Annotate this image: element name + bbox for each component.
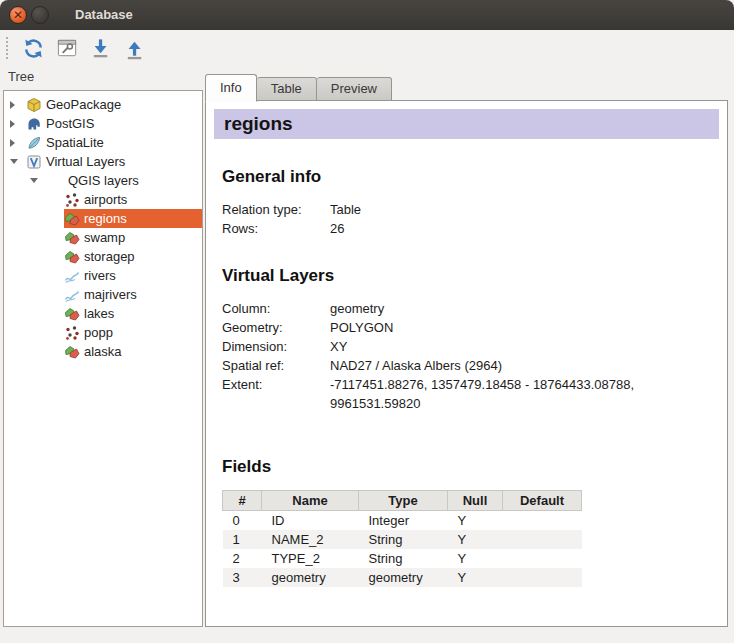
fields-table: # Name Type Null Default 0 ID Integer Y (222, 490, 582, 587)
tree-item-qgis-layers[interactable]: QGIS layers (4, 171, 202, 190)
kv-label: Column: (222, 299, 330, 318)
tab-table[interactable]: Table (257, 77, 317, 101)
tree-item-label: alaska (84, 344, 122, 359)
tree-item-label: storagep (84, 249, 135, 264)
kv-label: Extent: (222, 375, 330, 413)
column-header-null[interactable]: Null (448, 491, 503, 511)
point-layer-icon (64, 325, 80, 341)
tree-item-majrivers[interactable]: majrivers (4, 285, 202, 304)
table-row: 2 TYPE_2 String Y (223, 549, 582, 568)
spatialite-icon (26, 135, 42, 151)
cell-name: geometry (262, 568, 359, 587)
table-row: 3 geometry geometry Y (223, 568, 582, 587)
cell-type: String (359, 530, 448, 549)
refresh-button[interactable] (16, 33, 50, 63)
postgis-icon (26, 116, 42, 132)
cell-default (503, 549, 582, 568)
tree-item-storagep[interactable]: storagep (4, 247, 202, 266)
cell-default (503, 568, 582, 587)
sql-window-button[interactable] (50, 33, 84, 63)
cell-default (503, 530, 582, 549)
export-file-button[interactable] (118, 33, 152, 63)
geopackage-icon (26, 97, 42, 113)
tree-item-label: majrivers (84, 287, 137, 302)
tree-item-label: airports (84, 192, 127, 207)
kv-label: Rows: (222, 219, 330, 238)
cell-null: Y (448, 530, 503, 549)
chevron-down-icon[interactable] (10, 159, 26, 164)
cell-number: 0 (223, 511, 262, 531)
tree-item-label: rivers (84, 268, 116, 283)
column-header-default[interactable]: Default (503, 491, 582, 511)
tree-item-regions[interactable]: regions (4, 209, 202, 228)
tree-item-airports[interactable]: airports (4, 190, 202, 209)
general-info-rows: Relation type: Table Rows: 26 (222, 200, 727, 238)
kv-value: NAD27 / Alaska Albers (2964) (330, 356, 690, 375)
tree-item-label: PostGIS (46, 116, 94, 131)
cell-number: 2 (223, 549, 262, 568)
tree-item-label: popp (84, 325, 113, 340)
tree-item-geopackage[interactable]: GeoPackage (4, 95, 202, 114)
sql-window-icon (56, 37, 79, 60)
tree-item-label: SpatiaLite (46, 135, 104, 150)
column-header-number[interactable]: # (223, 491, 262, 511)
chevron-down-icon[interactable] (30, 178, 46, 183)
tab-info[interactable]: Info (205, 74, 257, 102)
main-area: Tree GeoPackage PostGIS (0, 66, 734, 643)
kv-value: POLYGON (330, 318, 690, 337)
tree-item-rivers[interactable]: rivers (4, 266, 202, 285)
cell-name: ID (262, 511, 359, 531)
kv-value: Table (330, 200, 690, 219)
tree-item-alaska[interactable]: alaska (4, 342, 202, 361)
toolbar (0, 30, 734, 66)
column-header-name[interactable]: Name (262, 491, 359, 511)
section-title-general-info: General info (222, 167, 727, 187)
tree-item-label: QGIS layers (68, 173, 139, 188)
cell-type: String (359, 549, 448, 568)
virtual-layers-icon (26, 154, 42, 170)
toolbar-drag-handle[interactable] (6, 37, 8, 59)
cell-null: Y (448, 568, 503, 587)
layer-title: regions (214, 109, 719, 139)
kv-value: -7117451.88276, 1357479.18458 - 18764433… (330, 375, 690, 413)
section-title-fields: Fields (222, 457, 727, 477)
tree-item-popp[interactable]: popp (4, 323, 202, 342)
import-layer-button[interactable] (84, 33, 118, 63)
titlebar: ✕ Database (0, 0, 734, 30)
virtual-layers-rows: Column: geometry Geometry: POLYGON Dimen… (222, 299, 727, 413)
kv-value: 26 (330, 219, 690, 238)
cell-number: 1 (223, 530, 262, 549)
tree-panel-label: Tree (8, 69, 34, 84)
tree-item-label: GeoPackage (46, 97, 121, 112)
cell-null: Y (448, 549, 503, 568)
kv-label: Spatial ref: (222, 356, 330, 375)
import-layer-icon (90, 37, 113, 60)
tree-item-postgis[interactable]: PostGIS (4, 114, 202, 133)
section-title-virtual-layers: Virtual Layers (222, 266, 727, 286)
polygon-layer-icon (64, 344, 80, 360)
chevron-right-icon[interactable] (10, 139, 26, 147)
tree-item-lakes[interactable]: lakes (4, 304, 202, 323)
chevron-right-icon[interactable] (10, 120, 26, 128)
database-manager-window: ✕ Database Tree GeoPackage (0, 0, 734, 643)
tab-preview[interactable]: Preview (317, 77, 392, 101)
cell-name: TYPE_2 (262, 549, 359, 568)
info-panel: regions General info Relation type: Tabl… (205, 100, 728, 627)
line-layer-icon (64, 287, 80, 303)
detail-tabbar: Info Table Preview (205, 73, 392, 101)
column-header-type[interactable]: Type (359, 491, 448, 511)
cell-null: Y (448, 511, 503, 531)
minimize-icon[interactable] (31, 6, 49, 24)
chevron-right-icon[interactable] (10, 101, 26, 109)
tree-item-swamp[interactable]: swamp (4, 228, 202, 247)
tree-item-spatialite[interactable]: SpatiaLite (4, 133, 202, 152)
kv-value: geometry (330, 299, 690, 318)
polygon-layer-icon (64, 249, 80, 265)
polygon-layer-icon (64, 230, 80, 246)
tree-item-label: lakes (84, 306, 114, 321)
cell-name: NAME_2 (262, 530, 359, 549)
close-icon[interactable]: ✕ (9, 6, 27, 24)
cell-default (503, 511, 582, 531)
tree-item-virtual-layers[interactable]: Virtual Layers (4, 152, 202, 171)
tree-item-label: swamp (84, 230, 125, 245)
